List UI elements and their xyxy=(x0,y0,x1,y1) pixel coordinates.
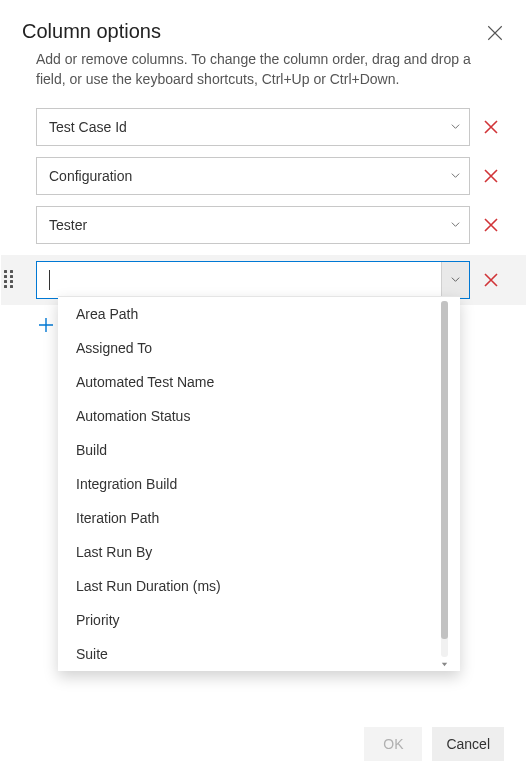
column-value: Configuration xyxy=(49,168,441,184)
dropdown-option[interactable]: Last Run By xyxy=(58,535,450,569)
remove-column-button[interactable] xyxy=(478,217,504,233)
column-list: Test Case Id Configuration Tes xyxy=(22,108,504,305)
dropdown-option[interactable]: Area Path xyxy=(58,297,450,331)
dropdown-option[interactable]: Assigned To xyxy=(58,331,450,365)
column-options-dialog: Column options Add or remove columns. To… xyxy=(0,0,526,779)
remove-column-button[interactable] xyxy=(478,272,504,288)
column-value: Test Case Id xyxy=(49,119,441,135)
chevron-down-icon xyxy=(450,274,461,285)
dropdown-option[interactable]: Build xyxy=(58,433,450,467)
column-field-active[interactable] xyxy=(36,261,470,299)
ok-button[interactable]: OK xyxy=(364,727,422,761)
dialog-description: Add or remove columns. To change the col… xyxy=(22,49,504,90)
cancel-button[interactable]: Cancel xyxy=(432,727,504,761)
remove-icon xyxy=(483,217,499,233)
dropdown-option[interactable]: Automated Test Name xyxy=(58,365,450,399)
chevron-down-icon xyxy=(450,170,461,181)
dropdown-list: Area Path Assigned To Automated Test Nam… xyxy=(58,297,450,671)
column-value: Tester xyxy=(49,217,441,233)
dropdown-toggle[interactable] xyxy=(441,158,469,194)
column-row[interactable]: Tester xyxy=(36,206,504,244)
column-dropdown: Area Path Assigned To Automated Test Nam… xyxy=(58,296,460,671)
remove-icon xyxy=(483,119,499,135)
dialog-header: Column options xyxy=(22,20,504,43)
dropdown-toggle[interactable] xyxy=(441,109,469,145)
column-row[interactable]: Configuration xyxy=(36,157,504,195)
dropdown-option[interactable]: Automation Status xyxy=(58,399,450,433)
column-field[interactable]: Tester xyxy=(36,206,470,244)
close-icon xyxy=(486,24,504,42)
dialog-title: Column options xyxy=(22,20,161,43)
plus-icon xyxy=(38,317,54,333)
dropdown-option[interactable]: Iteration Path xyxy=(58,501,450,535)
chevron-down-icon xyxy=(450,219,461,230)
add-column-button[interactable] xyxy=(36,315,56,335)
column-row[interactable]: Test Case Id xyxy=(36,108,504,146)
dialog-footer: OK Cancel xyxy=(364,727,504,761)
remove-column-button[interactable] xyxy=(478,168,504,184)
close-button[interactable] xyxy=(486,24,504,42)
remove-icon xyxy=(483,272,499,288)
column-field[interactable]: Test Case Id xyxy=(36,108,470,146)
column-field[interactable]: Configuration xyxy=(36,157,470,195)
dropdown-toggle[interactable] xyxy=(441,262,469,298)
dropdown-option[interactable]: Priority xyxy=(58,603,450,637)
chevron-down-icon xyxy=(450,121,461,132)
dropdown-option[interactable]: Last Run Duration (ms) xyxy=(58,569,450,603)
column-input[interactable] xyxy=(49,262,441,298)
dropdown-scrollbar[interactable] xyxy=(441,301,448,657)
scrollbar-thumb[interactable] xyxy=(441,301,448,639)
scroll-down-icon xyxy=(440,660,449,669)
dropdown-option[interactable]: Suite xyxy=(58,637,450,671)
drag-handle[interactable] xyxy=(4,270,16,290)
dropdown-toggle[interactable] xyxy=(441,207,469,243)
remove-column-button[interactable] xyxy=(478,119,504,135)
remove-icon xyxy=(483,168,499,184)
dropdown-option[interactable]: Integration Build xyxy=(58,467,450,501)
